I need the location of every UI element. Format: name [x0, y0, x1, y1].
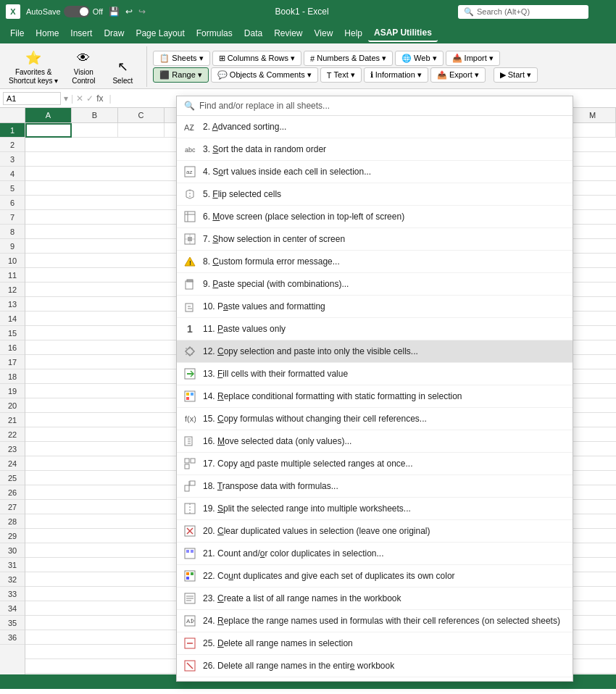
- search-box[interactable]: 🔍 Search (Alt+Q): [458, 5, 588, 19]
- row-20[interactable]: 20: [0, 398, 25, 413]
- menu-view[interactable]: View: [309, 25, 339, 41]
- favorites-button[interactable]: ⭐ Favorites &Shortcut keys ▾: [4, 46, 62, 87]
- row-5[interactable]: 5: [0, 181, 25, 196]
- menu-item-3[interactable]: abc 3. Sort the data in random order: [177, 138, 573, 161]
- row-14[interactable]: 14: [0, 312, 25, 326]
- menu-item-24[interactable]: A1 24. Replace the range names used in f…: [177, 610, 573, 632]
- formula-insert-icon[interactable]: fx: [96, 93, 103, 104]
- row-29[interactable]: 29: [0, 529, 25, 543]
- row-1[interactable]: 1: [0, 123, 25, 138]
- menu-formulas[interactable]: Formulas: [191, 25, 238, 41]
- menu-item-9[interactable]: 9. Paste special (with combinations)...: [177, 273, 573, 296]
- menu-item-19[interactable]: 19. Split the selected range into multip…: [177, 498, 573, 520]
- save-button[interactable]: 💾: [109, 7, 120, 17]
- menu-item-22[interactable]: 22. Count duplicates and give each set o…: [177, 565, 573, 588]
- menu-pagelayout[interactable]: Page Layout: [130, 25, 190, 41]
- row-3[interactable]: 3: [0, 152, 25, 167]
- row-10[interactable]: 10: [0, 254, 25, 268]
- row-12[interactable]: 12: [0, 283, 25, 297]
- text-button[interactable]: T Text ▾: [320, 67, 362, 83]
- row-33[interactable]: 33: [0, 587, 25, 601]
- row-15[interactable]: 15: [0, 326, 25, 340]
- row-35[interactable]: 35: [0, 616, 25, 630]
- numbers-dates-button[interactable]: # Numbers & Dates ▾: [304, 51, 393, 66]
- export-button[interactable]: 📤 Export ▾: [430, 67, 486, 83]
- undo-button[interactable]: ↩: [125, 7, 133, 17]
- range-button[interactable]: ⬛ Range ▾: [153, 67, 208, 83]
- objects-comments-button[interactable]: 💬 Objects & Comments ▾: [211, 67, 318, 83]
- menu-item-14[interactable]: 14. Replace conditional formatting with …: [177, 385, 573, 408]
- menu-insert[interactable]: Insert: [64, 25, 98, 41]
- row-16[interactable]: 16: [0, 340, 25, 355]
- row-30[interactable]: 30: [0, 543, 25, 558]
- menu-item-13[interactable]: 13. Fill cells with their formatted valu…: [177, 363, 573, 385]
- cell-b1[interactable]: [72, 123, 118, 138]
- columns-rows-button[interactable]: ⊞ Columns & Rows ▾: [212, 51, 301, 66]
- information-button[interactable]: ℹ Information ▾: [364, 67, 428, 83]
- row-8[interactable]: 8: [0, 225, 25, 239]
- select-button[interactable]: ↖ Select: [104, 55, 141, 87]
- menu-item-25[interactable]: 25. Delete all range names in selection: [177, 632, 573, 655]
- start-button[interactable]: ▶ Start ▾: [494, 67, 538, 83]
- col-header-a[interactable]: A: [25, 108, 72, 122]
- cell-c1[interactable]: [118, 123, 165, 138]
- col-header-b[interactable]: B: [72, 108, 118, 122]
- row-17[interactable]: 17: [0, 355, 25, 369]
- row-27[interactable]: 27: [0, 500, 25, 514]
- menu-item-23[interactable]: 23. Create a list of all range names in …: [177, 588, 573, 610]
- cell-m1[interactable]: [570, 123, 616, 138]
- menu-item-6[interactable]: 6. Move screen (place selection in top-l…: [177, 206, 573, 228]
- menu-item-16[interactable]: 16. Move selected data (only values)...: [177, 430, 573, 453]
- menu-item-2[interactable]: AZ↓ 2. Advanced sorting...: [177, 116, 573, 138]
- menu-file[interactable]: File: [4, 25, 30, 41]
- row-22[interactable]: 22: [0, 427, 25, 442]
- menu-asap-utilities[interactable]: ASAP Utilities: [368, 25, 438, 42]
- row-23[interactable]: 23: [0, 442, 25, 456]
- autosave-toggle[interactable]: [64, 6, 90, 17]
- row-24[interactable]: 24: [0, 456, 25, 471]
- row-26[interactable]: 26: [0, 485, 25, 500]
- menu-item-8[interactable]: ! 8. Custom formula error message...: [177, 251, 573, 273]
- row-6[interactable]: 6: [0, 196, 25, 210]
- row-2[interactable]: 2: [0, 138, 25, 152]
- vision-control-button[interactable]: 👁 VisionControl: [65, 46, 101, 87]
- redo-button[interactable]: ↪: [138, 7, 146, 17]
- sheets-button[interactable]: 📋 Sheets ▾: [153, 51, 209, 66]
- cell-a1[interactable]: [25, 123, 72, 138]
- menu-item-21[interactable]: 21. Count and/or color duplicates in sel…: [177, 543, 573, 565]
- col-header-m[interactable]: M: [570, 108, 616, 122]
- web-button[interactable]: 🌐 Web ▾: [395, 51, 443, 66]
- formula-cancel-icon[interactable]: ✕: [76, 93, 83, 104]
- menu-item-5[interactable]: 5. Flip selected cells: [177, 183, 573, 206]
- row-13[interactable]: 13: [0, 297, 25, 312]
- row-18[interactable]: 18: [0, 369, 25, 384]
- row-19[interactable]: 19: [0, 384, 25, 398]
- col-header-c[interactable]: C: [118, 108, 165, 122]
- menu-item-15[interactable]: f(x) 15. Copy formulas without changing …: [177, 408, 573, 430]
- name-box[interactable]: [3, 92, 61, 105]
- menu-item-7[interactable]: 7. Show selection in center of screen: [177, 228, 573, 251]
- menu-review[interactable]: Review: [268, 25, 308, 41]
- menu-item-26[interactable]: 26. Delete all range names in the entire…: [177, 655, 573, 677]
- row-25[interactable]: 25: [0, 471, 25, 485]
- import-button[interactable]: 📥 Import ▾: [446, 51, 500, 66]
- menu-item-10[interactable]: 10. Paste values and formatting: [177, 296, 573, 318]
- row-21[interactable]: 21: [0, 413, 25, 427]
- row-7[interactable]: 7: [0, 210, 25, 225]
- menu-item-12[interactable]: 12. Copy selection and paste into only t…: [177, 340, 573, 363]
- row-34[interactable]: 34: [0, 601, 25, 616]
- formula-confirm-icon[interactable]: ✓: [86, 93, 93, 104]
- menu-item-18[interactable]: 18. Transpose data with formulas...: [177, 475, 573, 498]
- row-31[interactable]: 31: [0, 558, 25, 572]
- row-4[interactable]: 4: [0, 167, 25, 181]
- menu-item-11[interactable]: 1 11. Paste values only: [177, 318, 573, 340]
- menu-draw[interactable]: Draw: [98, 25, 130, 41]
- menu-home[interactable]: Home: [30, 25, 64, 41]
- row-28[interactable]: 28: [0, 514, 25, 529]
- menu-data[interactable]: Data: [238, 25, 268, 41]
- menu-item-20[interactable]: 20. Clear duplicated values in selection…: [177, 520, 573, 543]
- menu-item-17[interactable]: 17. Copy and paste multiple selected ran…: [177, 453, 573, 475]
- row-32[interactable]: 32: [0, 572, 25, 587]
- menu-item-27[interactable]: #REF 27. Delete all range names with an …: [177, 677, 573, 681]
- row-11[interactable]: 11: [0, 268, 25, 283]
